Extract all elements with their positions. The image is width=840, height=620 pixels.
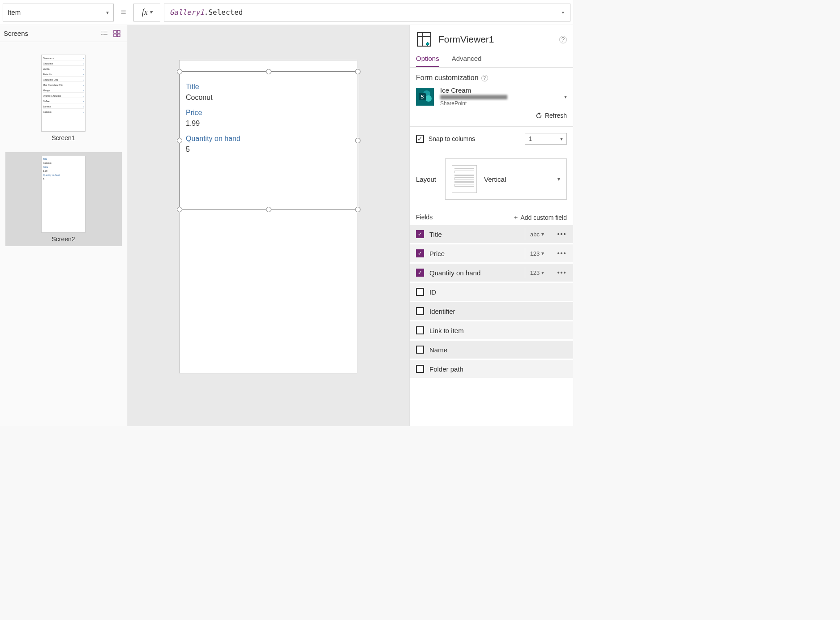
chevron-down-icon: ▾ xyxy=(150,9,152,16)
field-row[interactable]: Folder path xyxy=(410,360,573,378)
formula-input[interactable]: Gallery1.Selected ▾ xyxy=(164,4,570,21)
form-icon xyxy=(416,31,432,47)
columns-value: 1 xyxy=(529,135,532,142)
field-checkbox[interactable] xyxy=(416,346,424,354)
screens-header: Screens xyxy=(0,25,127,42)
resize-handle[interactable] xyxy=(177,69,182,74)
svg-point-15 xyxy=(425,95,432,102)
field-label-title: Title xyxy=(186,83,351,91)
canvas[interactable]: Title Coconut Price 1.99 Quantity on han… xyxy=(127,25,409,426)
thumbnail-view-icon[interactable] xyxy=(113,30,120,37)
svg-rect-6 xyxy=(114,30,116,33)
chevron-down-icon: ▾ xyxy=(561,9,565,16)
field-type-selector[interactable]: abc▾ xyxy=(525,228,549,240)
svg-text:S: S xyxy=(421,94,424,100)
properties-panel: FormViewer1 ? Options Advanced Form cust… xyxy=(409,25,573,426)
formula-text: Gallery1.Selected xyxy=(170,8,243,17)
field-label-price: Price xyxy=(186,109,351,117)
field-checkbox[interactable] xyxy=(416,307,424,315)
field-name: Price xyxy=(429,250,519,257)
svg-rect-0 xyxy=(101,31,103,31)
thumbnail-list-item: Strawberry› xyxy=(43,56,84,60)
help-icon[interactable]: ? xyxy=(559,36,567,43)
field-more-icon[interactable]: ••• xyxy=(554,231,570,238)
field-checkbox[interactable] xyxy=(416,249,424,257)
field-more-icon[interactable]: ••• xyxy=(554,250,570,257)
field-row[interactable]: Price123▾••• xyxy=(410,244,573,262)
field-type-selector[interactable]: 123▾ xyxy=(525,267,549,278)
chevron-down-icon: ▾ xyxy=(557,176,560,182)
field-row[interactable]: Link to item xyxy=(410,321,573,339)
fields-header: Fields ＋ Add custom field xyxy=(410,207,573,225)
field-checkbox[interactable] xyxy=(416,326,424,334)
field-checkbox[interactable] xyxy=(416,269,424,277)
svg-rect-1 xyxy=(101,33,103,33)
field-row[interactable]: Titleabc▾••• xyxy=(410,225,573,243)
tree-view-icon[interactable] xyxy=(101,30,108,37)
data-source-selector[interactable]: S Ice Cream SharePoint ▾ xyxy=(416,86,567,107)
screen-thumbnail[interactable]: Title Coconut Price 1.99 Quantity on han… xyxy=(5,152,122,246)
field-checkbox[interactable] xyxy=(416,288,424,296)
thumbnail-list-item: Chocolate Chip› xyxy=(43,78,84,82)
property-tabs: Options Advanced xyxy=(410,51,573,68)
thumbnail-list-item: Coffee› xyxy=(43,99,84,103)
field-row[interactable]: ID xyxy=(410,283,573,301)
field-type-selector[interactable]: 123▾ xyxy=(525,248,549,259)
fields-list: Titleabc▾•••Price123▾•••Quantity on hand… xyxy=(410,225,573,379)
field-name: Quantity on hand xyxy=(429,269,519,277)
field-name: Link to item xyxy=(429,327,570,334)
screen-caption: Screen2 xyxy=(51,235,75,243)
help-icon[interactable]: ? xyxy=(481,75,488,81)
resize-handle[interactable] xyxy=(266,207,271,212)
formula-bar: Item ▾ = fx ▾ Gallery1.Selected ▾ xyxy=(0,0,573,25)
thumbnail-list-item: Vanilla› xyxy=(43,67,84,71)
field-value-price: 1.99 xyxy=(186,120,351,128)
thumbnail-list-item: Pistachio› xyxy=(43,73,84,77)
field-more-icon[interactable]: ••• xyxy=(554,269,570,276)
resize-handle[interactable] xyxy=(266,69,271,74)
tab-advanced[interactable]: Advanced xyxy=(452,51,482,67)
layout-selector[interactable]: Vertical ▾ xyxy=(445,158,567,200)
columns-select[interactable]: 1 ▾ xyxy=(525,133,567,145)
screens-panel: Screens Strawberry›Chocolate›Vanilla›Pis… xyxy=(0,25,127,426)
plus-icon: ＋ xyxy=(513,214,519,222)
snap-to-columns-checkbox[interactable] xyxy=(416,135,424,143)
screen-thumbnail[interactable]: Strawberry›Chocolate›Vanilla›Pistachio›C… xyxy=(5,51,122,145)
field-name: Identifier xyxy=(429,308,570,315)
resize-handle[interactable] xyxy=(355,138,360,143)
formula-token-identifier: Gallery1 xyxy=(170,8,204,17)
thumbnail-list-item: Orange Chocolate› xyxy=(43,94,84,98)
control-name: FormViewer1 xyxy=(438,34,553,45)
thumbnail-list-item: Mint Chocolate Chip› xyxy=(43,83,84,87)
fx-button[interactable]: fx ▾ xyxy=(133,4,160,21)
data-source-name: Ice Cream xyxy=(440,86,558,94)
field-name: Folder path xyxy=(429,365,570,373)
field-row[interactable]: Identifier xyxy=(410,302,573,320)
fx-label: fx xyxy=(142,8,148,17)
chevron-down-icon: ▾ xyxy=(560,136,563,142)
svg-rect-3 xyxy=(103,31,107,31)
svg-rect-4 xyxy=(103,33,107,33)
screen-caption: Screen1 xyxy=(51,134,75,141)
field-checkbox[interactable] xyxy=(416,230,424,238)
field-name: ID xyxy=(429,288,570,296)
resize-handle[interactable] xyxy=(177,138,182,143)
field-value-quantity: 5 xyxy=(186,145,351,154)
tab-options[interactable]: Options xyxy=(416,51,439,67)
field-row[interactable]: Quantity on hand123▾••• xyxy=(410,264,573,282)
add-custom-label: Add custom field xyxy=(521,214,567,221)
resize-handle[interactable] xyxy=(355,69,360,74)
properties-header: FormViewer1 ? xyxy=(410,25,573,51)
resize-handle[interactable] xyxy=(177,207,182,212)
screens-title: Screens xyxy=(4,30,28,37)
field-checkbox[interactable] xyxy=(416,365,424,373)
form-content: Title Coconut Price 1.99 Quantity on han… xyxy=(186,78,351,154)
thumbnail-list-item: Chocolate› xyxy=(43,62,84,66)
resize-handle[interactable] xyxy=(355,207,360,212)
property-selector[interactable]: Item ▾ xyxy=(3,4,114,21)
refresh-button[interactable]: Refresh xyxy=(416,112,567,119)
form-customization-label: Form customization xyxy=(416,74,479,82)
field-row[interactable]: Name xyxy=(410,341,573,359)
add-custom-field-button[interactable]: ＋ Add custom field xyxy=(513,214,567,222)
formula-token-property: .Selected xyxy=(204,8,243,17)
